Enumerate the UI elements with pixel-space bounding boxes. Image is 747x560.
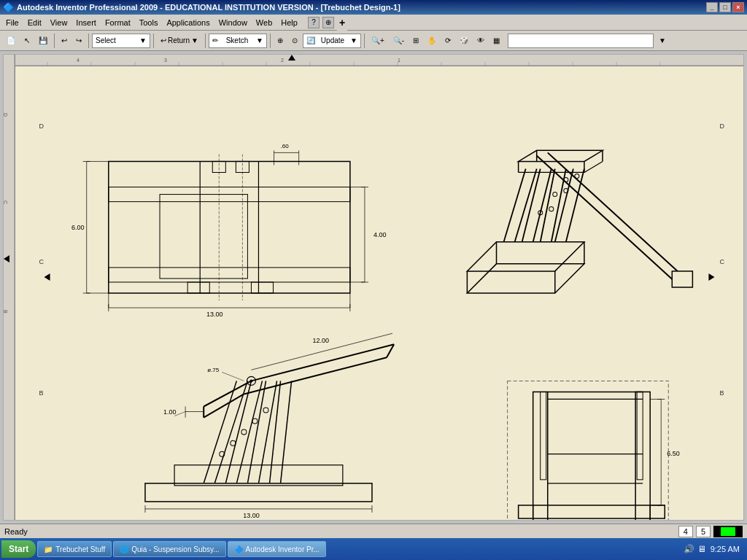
menu-format[interactable]: Format <box>101 17 135 28</box>
extra-icon-btn[interactable]: ⊕ <box>322 17 334 28</box>
svg-rect-36 <box>109 268 350 282</box>
taskbar-item-1[interactable]: 🌐 Quia - Suspension Subsy... <box>113 541 225 557</box>
svg-marker-82 <box>519 150 603 161</box>
select-dropdown[interactable]: Select ▼ <box>92 34 150 48</box>
volume-icon: 🖥 <box>697 544 706 554</box>
zoomout-btn[interactable]: 🔍- <box>390 33 408 49</box>
new-button[interactable]: 📄 <box>3 33 19 49</box>
svg-text:4: 4 <box>77 58 80 63</box>
svg-line-102 <box>225 381 251 483</box>
drawing-canvas: D D C C B B <box>15 66 743 520</box>
sep2 <box>88 34 89 48</box>
view-btn[interactable]: 👁 <box>473 33 488 49</box>
sep5 <box>270 34 271 48</box>
menu-edit[interactable]: Edit <box>23 17 46 28</box>
menu-web[interactable]: Web <box>252 17 276 28</box>
svg-text:D: D <box>4 113 7 117</box>
start-button[interactable]: Start <box>1 540 36 558</box>
menu-tools[interactable]: Tools <box>135 17 163 28</box>
menu-help[interactable]: Help <box>276 17 302 28</box>
app-icon: 🔷 <box>3 2 14 12</box>
green-indicator <box>721 527 735 536</box>
svg-text:B: B <box>4 310 7 314</box>
svg-line-75 <box>515 168 537 241</box>
menu-insert[interactable]: Insert <box>71 17 101 28</box>
close-button[interactable]: × <box>732 2 744 12</box>
svg-text:6.00: 6.00 <box>71 224 85 231</box>
taskbar-item-2[interactable]: 🔷 Autodesk Inventor Pr... <box>228 541 326 557</box>
search-input[interactable] <box>508 34 654 48</box>
undo-button[interactable]: ↩ <box>58 33 71 49</box>
sketch-icon: ✏ <box>212 36 218 44</box>
taskbar-item-0[interactable]: 📁 Trebuchet Stuff <box>37 541 112 557</box>
task-label-0: Trebuchet Stuff <box>55 545 105 553</box>
svg-line-105 <box>258 381 276 483</box>
redo-button[interactable]: ↪ <box>72 33 85 49</box>
svg-marker-32 <box>44 273 50 281</box>
svg-rect-137 <box>637 392 643 479</box>
taskbar: Start 📁 Trebuchet Stuff 🌐 Quia - Suspens… <box>0 538 747 560</box>
system-clock: 🔊 🖥 9:25 AM <box>678 544 746 554</box>
sep4 <box>205 34 206 48</box>
svg-line-107 <box>281 381 292 483</box>
menu-applications[interactable]: Applications <box>162 17 214 28</box>
svg-rect-97 <box>672 271 692 287</box>
network-icon: 🔊 <box>684 544 694 554</box>
total-pages: 5 <box>696 526 711 537</box>
rotate-btn[interactable]: ⟳ <box>441 33 454 49</box>
tool1[interactable]: ⊕ <box>274 33 287 49</box>
color-indicator <box>713 526 743 537</box>
svg-text:1.00: 1.00 <box>163 408 177 416</box>
tool2[interactable]: ⊙ <box>288 33 301 49</box>
clock-time: 9:25 AM <box>711 545 740 553</box>
menu-file[interactable]: File <box>1 17 23 28</box>
zoom-btn[interactable]: 🔍+ <box>368 33 388 49</box>
task-label-2: Autodesk Inventor Pr... <box>246 545 320 553</box>
add-btn[interactable]: + <box>337 15 347 31</box>
svg-line-95 <box>537 155 680 286</box>
title-bar: 🔷 Autodesk Inventor Professional 2009 - … <box>0 0 747 15</box>
svg-text:ø.75: ø.75 <box>207 367 220 373</box>
cursor-button[interactable]: ↖ <box>20 33 34 49</box>
restore-button[interactable]: □ <box>719 2 731 12</box>
svg-line-116 <box>204 394 244 417</box>
return-button[interactable]: ↩ Return ▼ <box>157 33 202 49</box>
svg-marker-20 <box>288 55 295 61</box>
svg-line-88 <box>584 161 603 172</box>
svg-marker-25 <box>4 255 9 262</box>
zoomfit-btn[interactable]: ⊞ <box>409 33 422 49</box>
select-label: Select <box>96 36 116 44</box>
view3d-btn[interactable]: 🎲 <box>456 33 472 49</box>
sketch-dropdown[interactable]: ✏ Sketch ▼ <box>209 34 267 48</box>
svg-line-76 <box>522 168 541 241</box>
extra-btn[interactable]: ▦ <box>489 33 503 49</box>
svg-marker-68 <box>467 242 584 271</box>
svg-marker-33 <box>708 273 714 281</box>
svg-point-114 <box>263 408 268 413</box>
update-label: Update <box>321 36 344 44</box>
title-bar-buttons: _ □ × <box>706 2 744 12</box>
update-dropdown[interactable]: 🔄 Update ▼ <box>303 34 361 48</box>
task-icon-1: 🌐 <box>120 545 128 553</box>
help-icon-btn[interactable]: ? <box>308 17 320 28</box>
svg-text:.60: .60 <box>281 143 290 149</box>
save-button[interactable]: 💾 <box>35 33 51 49</box>
svg-text:C: C <box>39 258 44 265</box>
pan-btn[interactable]: ✋ <box>424 33 440 49</box>
svg-line-104 <box>247 381 266 483</box>
svg-rect-34 <box>109 161 350 293</box>
search-arrow[interactable]: ▼ <box>655 33 670 49</box>
minimize-button[interactable]: _ <box>706 2 718 12</box>
svg-point-90 <box>549 207 554 211</box>
menu-view[interactable]: View <box>46 17 72 28</box>
svg-point-112 <box>241 429 247 435</box>
svg-text:D: D <box>39 122 44 130</box>
sep1 <box>54 34 55 48</box>
menu-window[interactable]: Window <box>214 17 252 28</box>
drawing-area: 4 3 2 1 <box>3 54 744 521</box>
svg-marker-71 <box>467 264 584 293</box>
svg-rect-42 <box>187 282 209 293</box>
ruler-top: 4 3 2 1 <box>4 55 743 66</box>
svg-line-106 <box>270 381 281 483</box>
return-label: Return <box>168 36 190 44</box>
